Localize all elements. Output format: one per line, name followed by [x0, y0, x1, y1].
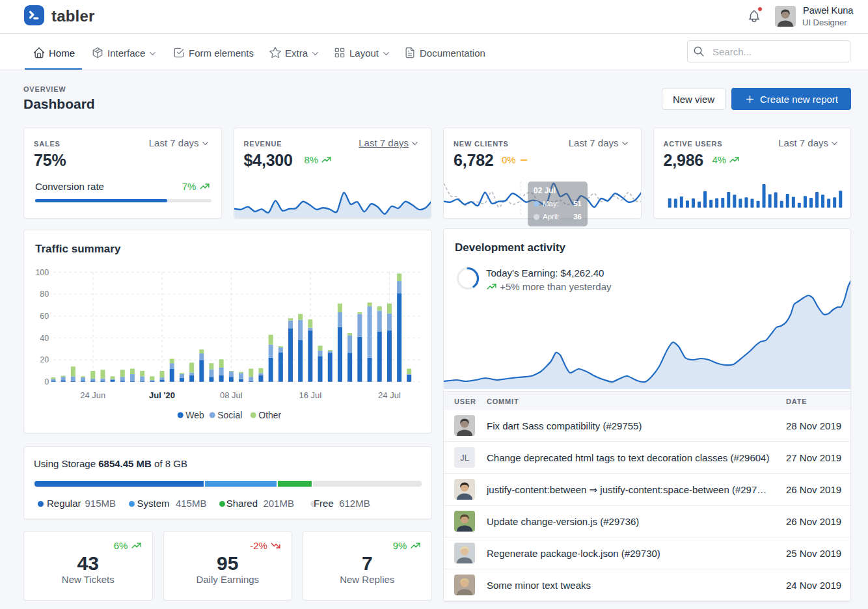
- svg-text:100: 100: [35, 268, 49, 277]
- svg-text:0: 0: [44, 377, 49, 386]
- svg-text:16 Jul: 16 Jul: [299, 390, 321, 400]
- svg-text:Jul '20: Jul '20: [149, 390, 175, 400]
- svg-text:Other: Other: [258, 410, 281, 420]
- svg-text:20: 20: [40, 355, 49, 364]
- svg-text:60: 60: [40, 312, 49, 321]
- svg-text:24 Jul: 24 Jul: [378, 390, 401, 400]
- svg-text:40: 40: [40, 334, 49, 343]
- svg-text:Social: Social: [217, 410, 242, 420]
- svg-text:08 Jul: 08 Jul: [220, 390, 243, 400]
- svg-text:Web: Web: [185, 410, 204, 420]
- svg-text:24 Jun: 24 Jun: [80, 390, 105, 400]
- svg-text:80: 80: [40, 290, 49, 299]
